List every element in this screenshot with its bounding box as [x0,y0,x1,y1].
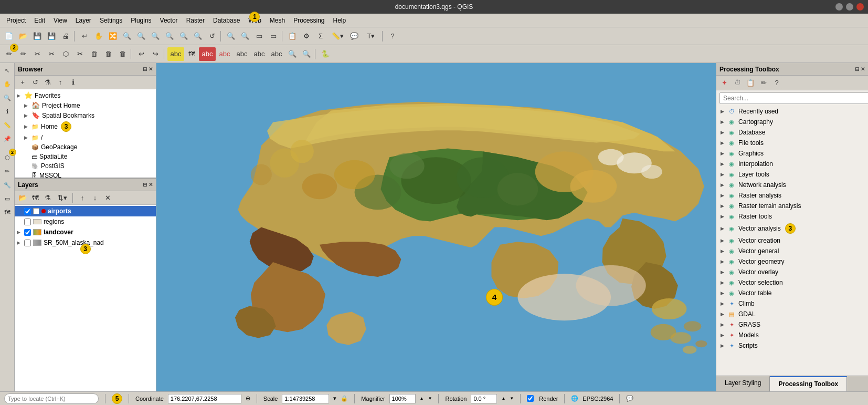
tb-lbl1[interactable]: abc [167,47,184,61]
tb-lbl4[interactable]: abc [216,47,233,61]
tb-digitize[interactable]: ✏ 2 [2,47,16,61]
browser-up[interactable]: ↑ [55,77,66,88]
tb-undo2[interactable]: ↩ [134,47,148,61]
tb-zoomsel[interactable]: 🔍 [163,29,176,43]
menu-edit[interactable]: Edit [30,16,49,25]
tool-edit[interactable]: ✏ [1,165,14,178]
tb-redo[interactable]: ↪ [149,47,162,61]
layer-airports-cb[interactable] [24,208,31,215]
tb-edit4[interactable]: ✂ [45,47,58,61]
pt-item-graphics[interactable]: ▶ ◉ Graphics [716,148,868,159]
menu-help[interactable]: Help [329,16,351,25]
tb-attr[interactable]: 📋 [285,29,299,43]
tb-select[interactable]: ▭ [252,29,266,43]
menu-view[interactable]: View [49,16,71,25]
tb-refresh[interactable]: ↺ [205,29,219,43]
magnifier-down[interactable]: ▼ [428,396,432,401]
pt-close[interactable]: ✕ [861,66,865,72]
layers-open[interactable]: 📂 [17,192,28,204]
pt-item-vector-analysis[interactable]: ▶ ◉ Vector analysis 3 [716,222,868,235]
layer-regions-cb[interactable] [24,219,31,225]
layers-sort[interactable]: ⇅▾ [55,192,70,204]
layer-landcover[interactable]: ▶ landcover [15,227,156,237]
menu-plugins[interactable]: Plugins [126,16,155,25]
tb-zoomfull[interactable]: 🔍 [149,29,162,43]
tb-edit2[interactable]: ✏ [16,47,30,61]
tb-zoomprev[interactable]: 🔍 [177,29,190,43]
pt-item-raster-analysis[interactable]: ▶ ◉ Raster analysis [716,190,868,201]
tree-spatialite[interactable]: ▶ 🗃 SpatiaLite [15,152,156,161]
pt-item-vector-selection[interactable]: ▶ ◉ Vector selection [716,277,868,288]
tb-stat[interactable]: ⚙ [300,29,313,43]
tb-meas[interactable]: 📏▾ [328,29,347,43]
menu-project[interactable]: Project [2,16,30,25]
tb-undo[interactable]: ↩ [78,29,91,43]
tool-layers[interactable]: ⬡ 2 [1,151,14,164]
tb-saveAs[interactable]: 💾 [45,29,58,43]
rotation-down[interactable]: ▼ [510,396,514,401]
menu-processing[interactable]: Processing [289,16,329,25]
pt-run[interactable]: ✦ [718,77,730,89]
layers-add[interactable]: 🗺 [29,192,41,204]
layers-filter[interactable]: ⚗ [42,192,54,204]
tb-lbl6[interactable]: abc [251,47,268,61]
tb-save[interactable]: 💾 [30,29,44,43]
tb-python[interactable]: 🐍 [319,47,332,61]
browser-add[interactable]: + [17,77,28,88]
magnifier-up[interactable]: ▲ [420,396,424,401]
tb-new[interactable]: 📄 [2,29,16,43]
tool-box[interactable]: ▭ [1,192,14,205]
menu-raster[interactable]: Raster [182,16,209,25]
pt-item-network-analysis[interactable]: ▶ ◉ Network analysis [716,180,868,190]
tb-zoomin[interactable]: 🔍 [120,29,134,43]
pt-float[interactable]: ⊟ [855,66,859,72]
pt-item-vector-creation[interactable]: ▶ ◉ Vector creation [716,235,868,246]
tb-desel[interactable]: ▭ [267,29,280,43]
tool-pin[interactable]: 📌 [1,132,14,145]
tb-del2[interactable]: 🗑 [101,47,115,61]
pt-item-climb[interactable]: ▶ ✦ Climb [716,298,868,309]
menu-vector[interactable]: Vector [156,16,182,25]
minimize-button[interactable] [835,3,843,11]
pt-item-recently-used[interactable]: ▶ ⏱ Recently used [716,106,868,117]
tb-identify[interactable]: 🔍 [224,29,238,43]
layers-remove[interactable]: ✕ [102,192,113,204]
browser-filter[interactable]: ⚗ [42,77,54,88]
pt-results[interactable]: 📋 [745,77,756,89]
pt-history[interactable]: ⏱ [732,77,743,89]
pt-item-vector-table[interactable]: ▶ ◉ Vector table [716,288,868,298]
tb-lbl2[interactable]: 🗺 [185,47,198,61]
tb-anno[interactable]: 💬 [347,29,361,43]
pt-item-cartography[interactable]: ▶ ◉ Cartography [716,117,868,127]
pt-item-grass[interactable]: ▶ ✦ GRASS [716,319,868,330]
tb-pan[interactable]: ✋ [92,29,105,43]
close-button[interactable] [856,3,864,11]
tb-edit3[interactable]: ✂ [30,47,44,61]
tree-postgis[interactable]: ▶ 🐘 PostGIS [15,161,156,171]
layer-landcover-cb[interactable] [24,229,31,236]
tb-text[interactable]: T▾ [362,29,380,43]
tb-edit6[interactable]: ✂ [73,47,87,61]
tb-lbl7[interactable]: abc [268,47,285,61]
tb-lbl9[interactable]: 🔍 [300,47,313,61]
tool-zoomin[interactable]: 🔍 [1,91,14,104]
pt-item-models[interactable]: ▶ ✦ Models [716,330,868,340]
tb-help[interactable]: ? [386,29,399,43]
tb-calc[interactable]: Σ [314,29,327,43]
tool-meas[interactable]: 📏 [1,119,14,131]
pt-item-scripts[interactable]: ▶ ✦ Scripts [716,340,868,351]
tool-identify[interactable]: ℹ [1,105,14,118]
tree-home[interactable]: ▶ 📁 Home 3 [15,120,156,133]
tree-favorites[interactable]: ▶ ⭐ Favorites [15,90,156,100]
browser-float[interactable]: ⊟ [143,66,147,72]
menu-layer[interactable]: Layer [71,16,96,25]
menu-database[interactable]: Database [209,16,244,25]
pt-search-input[interactable] [719,92,868,104]
tb-zoomout[interactable]: 🔍 [134,29,148,43]
menu-mesh[interactable]: Mesh [266,16,289,25]
tool-edit2[interactable]: 🔧 [1,179,14,191]
magnifier-input[interactable] [389,394,416,403]
pt-edit[interactable]: ✏ [758,77,769,89]
tree-geopkg[interactable]: ▶ 📦 GeoPackage [15,142,156,152]
tb-pan2[interactable]: 🔀 [106,29,120,43]
